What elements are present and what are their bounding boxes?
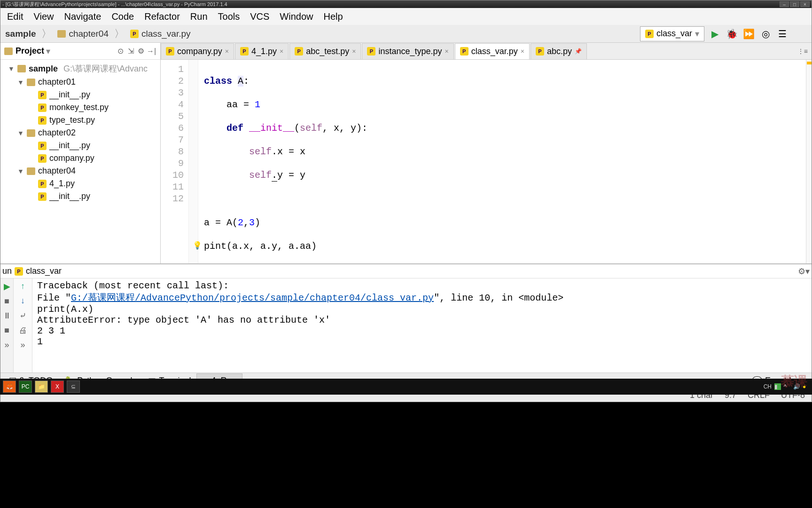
console-line: File "G:/慕课网课程/AdvancePython/projects/sa… [37,291,807,304]
breadcrumb: sample 〉 chapter04 〉 P class_var.py [0,27,640,41]
coverage-button[interactable]: ⏩ [742,27,755,40]
menu-run[interactable]: Run [186,9,212,24]
firefox-icon[interactable]: 🦊 [3,381,16,393]
maximize-button[interactable]: □ [790,1,799,7]
pycharm-icon[interactable]: PC [19,381,32,393]
tab-class_var[interactable]: P class_var.py × [455,43,530,59]
python-file-icon: P [38,180,47,188]
project-label[interactable]: Project [16,46,44,56]
pause-icon[interactable]: ⏸ [3,311,11,321]
up-arrow-icon[interactable]: ↑ [21,281,25,291]
run-button[interactable]: ▶ [708,27,721,40]
menu-view[interactable]: View [29,9,58,24]
chevron-down-icon[interactable]: ▼ [17,129,24,137]
folder-icon [27,79,35,86]
tab-close-icon[interactable]: × [352,48,356,55]
code-editor[interactable]: 1 2 3 4 5 6 7 8 9 10 11 12 class A: aa =… [161,60,812,263]
tab-close-icon[interactable]: × [445,48,448,55]
chevron-down-icon[interactable]: ▾ [46,46,50,56]
tree-root[interactable]: ▼ sample G:\慕课网课程\Advanc [0,62,160,76]
tab-company[interactable]: P company.py × [161,43,234,59]
expand-icon[interactable]: » [4,340,9,350]
hide-icon[interactable]: →| [146,46,156,56]
print-icon[interactable]: 🖨 [19,325,27,335]
file-link[interactable]: G:/慕课网课程/AdvancePython/projects/sample/c… [71,293,434,303]
menubar: Edit View Navigate Code Refactor Run Too… [0,8,812,25]
chevron-down-icon[interactable]: ▼ [17,167,24,175]
fold-column[interactable] [189,60,198,263]
tree-file[interactable]: P __init__.py [0,88,160,101]
menu-help[interactable]: Help [319,9,347,24]
profiler-button[interactable]: ◎ [759,27,772,40]
console-output[interactable]: Traceback (most recent call last): File … [32,278,812,373]
tree-file[interactable]: P __init__.py [0,190,160,203]
tab-abc[interactable]: P abc.py 📌 [531,43,587,59]
folder-icon [57,30,66,38]
aim-icon[interactable]: ⊙ [115,46,125,56]
battery-icon[interactable]: ▮ [774,383,781,390]
tray-up-icon[interactable]: ^ [784,383,790,390]
tabs-overflow[interactable]: ⋮≡ [794,48,812,55]
close-window-button[interactable]: × [800,1,810,7]
chevron-down-icon[interactable]: ▼ [8,65,15,72]
tab-abc_test[interactable]: P abc_test.py × [289,43,361,59]
ime-indicator[interactable]: CH [764,383,772,390]
tab-instance_type[interactable]: P instance_type.py × [362,43,453,59]
error-stripe[interactable] [806,60,812,263]
python-file-icon: P [38,154,47,163]
tab-close-icon[interactable]: × [280,48,283,55]
minimize-button[interactable]: – [780,1,789,7]
debug-button[interactable]: 🐞 [725,27,738,40]
volume-icon[interactable]: 🔊 [793,383,800,390]
run-toolbar-2: ↑ ↓ ⤶ 🖨 » [14,278,32,373]
chevron-right-icon: 〉 [113,27,125,41]
breadcrumb-sample[interactable]: sample [0,27,40,41]
chevron-down-icon[interactable]: ▼ [17,79,24,86]
tree-file[interactable]: P 4_1.py [0,177,160,190]
menu-edit[interactable]: Edit [2,9,28,24]
menu-vcs[interactable]: VCS [245,9,274,24]
bulb-icon[interactable]: 💡 [193,240,202,252]
stop-button[interactable] [793,27,806,40]
pin-icon[interactable]: 📌 [575,48,582,55]
menu-code[interactable]: Code [107,9,139,24]
breadcrumb-file[interactable]: P class_var.py [125,27,195,41]
tab-close-icon[interactable]: × [225,48,229,55]
tree-folder-chapter01[interactable]: ▼ chapter01 [0,76,160,88]
breadcrumb-chapter04[interactable]: chapter04 [53,27,113,41]
tab-close-icon[interactable]: × [521,48,524,55]
tree-file[interactable]: P company.py [0,152,160,165]
concurrency-button[interactable]: ☰ [776,27,789,40]
titlebar: - [G:\慕课网课程\AdvancePython\projects\sampl… [0,0,812,8]
tree-file[interactable]: P monkey_test.py [0,101,160,114]
network-icon[interactable]: ● [803,383,809,390]
tab-4_1[interactable]: P 4_1.py × [235,43,289,59]
stop-icon[interactable]: ■ [4,296,9,306]
tree-folder-chapter04[interactable]: ▼ chapter04 [0,165,160,177]
window-title: - [G:\慕课网课程\AdvancePython\projects\sampl… [2,1,227,8]
menu-tools[interactable]: Tools [213,9,245,24]
down-arrow-icon[interactable]: ↓ [21,296,25,306]
project-header: Project ▾ ⊙ ⇲ ⚙ →| [0,43,160,60]
code-lines[interactable]: class A: aa = 1 def __init__(self, x, y)… [198,60,812,263]
more-icon[interactable]: » [20,340,25,350]
menu-navigate[interactable]: Navigate [59,9,106,24]
gear-icon[interactable]: ⚙ [136,46,146,56]
collapse-all-icon[interactable]: ⇲ [125,46,136,56]
xshell-icon[interactable]: X [51,381,64,393]
sublime-icon[interactable]: ⊆ [67,381,80,393]
tree-folder-chapter02[interactable]: ▼ chapter02 [0,127,160,139]
explorer-icon[interactable]: 📁 [35,381,48,393]
gear-icon[interactable]: ⚙▾ [798,266,810,277]
tree-file[interactable]: P __init__.py [0,139,160,152]
menu-refactor[interactable]: Refactor [140,9,185,24]
run-config-select[interactable]: P class_var ▾ [640,26,704,41]
close-icon[interactable]: ■ [4,325,9,335]
rerun-icon[interactable]: ▶ [4,281,10,292]
python-file-icon: P [645,30,654,38]
tree-file[interactable]: P type_test.py [0,114,160,127]
menu-window[interactable]: Window [275,9,318,24]
folder-icon [4,48,13,55]
soft-wrap-icon[interactable]: ⤶ [19,310,26,321]
run-config-label: class_var [656,29,692,39]
